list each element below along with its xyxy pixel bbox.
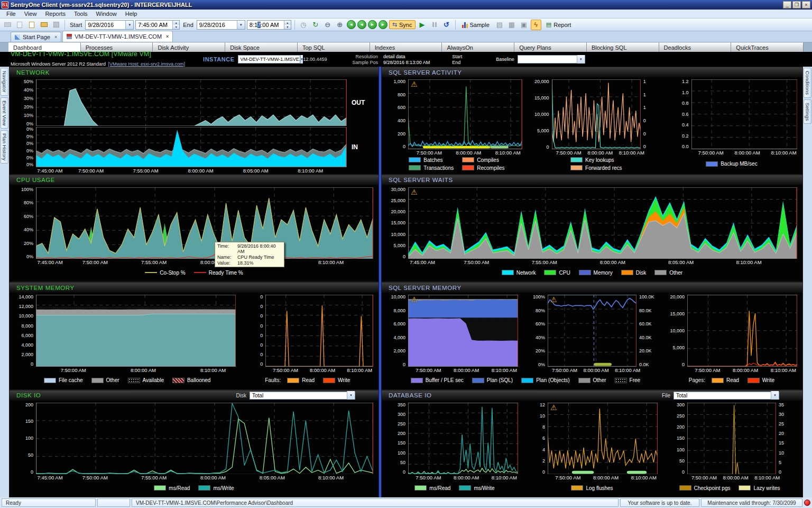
event-highlight[interactable] [594, 363, 612, 366]
y-tick-label: 30% [24, 96, 33, 101]
end-date-input[interactable]: 9/28/2016 ▾ [197, 20, 245, 30]
step-forward-icon[interactable]: ► [368, 20, 377, 29]
y-tick-label: 12 [540, 403, 545, 407]
tab-instance[interactable]: VM-DEV-TT-VMW-1.IMSVE.COM × [62, 31, 173, 42]
zoom-out-icon[interactable]: ⊖ [322, 20, 333, 30]
dbio-filter-select[interactable]: Total▾ [673, 392, 779, 400]
plot-area [687, 295, 797, 367]
y-tick-label: 0 [260, 295, 263, 299]
menu-tools[interactable]: Tools [70, 10, 92, 17]
y-axis: 50%40%30%20%10%0% [12, 79, 36, 126]
y-tick-label: 6 [542, 436, 545, 440]
x-tick-label: 8:10:00 AM [200, 367, 226, 373]
legend-swatch [154, 485, 166, 491]
dock-tab-settings[interactable]: Settings [804, 99, 811, 124]
menu-help[interactable]: Help [121, 10, 142, 17]
subtab-disk-activity[interactable]: Disk Activity [153, 42, 225, 52]
baseline-select[interactable]: ▾ [518, 55, 585, 64]
lightning-icon[interactable]: ϟ [531, 20, 541, 30]
step-back-icon[interactable]: ◄ [357, 20, 366, 29]
y-tick-label: 0% [26, 255, 33, 259]
print-preview-icon[interactable] [2, 20, 13, 30]
start-time-input[interactable]: 7:45:00 AM ▴▾ [135, 20, 180, 30]
vmware-host-link[interactable]: [VMware Host: esxi-srv2.imsva.com] [108, 61, 186, 67]
save-icon[interactable] [51, 20, 61, 30]
subtab-quicktraces[interactable]: QuickTraces [731, 42, 804, 52]
subtab-alwayson[interactable]: AlwaysOn [442, 42, 514, 52]
dock-tab-navigator[interactable]: Navigator [1, 68, 8, 96]
restore-button[interactable]: ❐ [792, 1, 801, 8]
menu-window[interactable]: Window [92, 10, 121, 17]
y-tick-label: 600 [398, 105, 405, 110]
subtab-blocking-sql[interactable]: Blocking SQL [587, 42, 659, 52]
dropdown-icon[interactable]: ▾ [771, 391, 779, 400]
event-highlight[interactable] [572, 470, 594, 474]
jump-first-icon[interactable]: ◄ [347, 20, 356, 29]
legend-label: Disk [636, 270, 646, 276]
sync-button[interactable]: ⇆ Sync [389, 20, 416, 29]
start-date-input[interactable]: 9/28/2016 ▾ [85, 20, 134, 30]
series-ms-read [36, 418, 373, 474]
end-time-spinner[interactable]: ▴▾ [284, 21, 291, 29]
subtab-indexes[interactable]: Indexes [370, 42, 442, 52]
baseline-dropdown-icon[interactable]: ▾ [577, 55, 585, 64]
legend-read: Read [712, 377, 739, 383]
section-body: 30,00025,00020,00015,00010,0005,0000⚠7:4… [382, 185, 802, 266]
end-time-input[interactable]: 8:17:00 AM ▴▾ [247, 20, 291, 30]
tab-close-icon[interactable]: × [166, 34, 169, 39]
dock-tab-conditions[interactable]: Conditions [804, 68, 811, 98]
sample-nav-icon[interactable]: ▤ [494, 20, 505, 30]
report-button[interactable]: ▤ Report [543, 20, 574, 29]
menu-view[interactable]: View [20, 10, 41, 17]
y-tick-label: 1 [643, 93, 646, 97]
plot-area [687, 403, 776, 475]
subtab-disk-space[interactable]: Disk Space [225, 42, 298, 52]
end-date-dropdown-icon[interactable]: ▾ [237, 21, 245, 29]
diskio-filter-select[interactable]: Total▾ [250, 392, 355, 400]
start-time-spinner[interactable]: ▴▾ [172, 21, 179, 29]
warning-icon: ⚠ [550, 295, 557, 304]
close-button[interactable]: × [802, 1, 810, 8]
jump-last-icon[interactable]: ► [379, 20, 387, 29]
y-axis: 20,00015,00010,0005,0000 [528, 79, 552, 149]
start-date-dropdown-icon[interactable]: ▾ [125, 21, 133, 29]
instance-dropdown-icon[interactable]: ▾ [300, 55, 303, 64]
legend-swatch [502, 270, 514, 275]
subtab-query-plans[interactable]: Query Plans [514, 42, 587, 52]
minimize-button[interactable]: _ [783, 1, 791, 8]
zoom-in-icon[interactable]: ⊕ [335, 20, 345, 30]
refresh-range-icon[interactable]: ↻ [310, 20, 321, 30]
menu-file[interactable]: File [2, 10, 20, 17]
tab-start-page[interactable]: Start Page × [11, 32, 61, 42]
x-tick-label: 7:45:00 AM [410, 259, 435, 265]
event-highlight[interactable] [423, 146, 490, 148]
section-body: 100%80%60%40%20%0%7:45:00 AM7:50:00 AM7:… [10, 185, 379, 266]
tab-close-icon[interactable]: × [54, 34, 57, 40]
dock-tab-event-view[interactable]: Event View [1, 97, 8, 129]
grid-view-icon[interactable]: ▦ [506, 20, 517, 30]
sample-button[interactable]: Sample [459, 21, 493, 29]
menu-reports[interactable]: Reports [41, 10, 70, 17]
instance-info: VM-DEV-TT-VMW-1.IMSVE.COM [VMware VM] Mi… [11, 51, 185, 67]
refresh-button[interactable]: ↺ [441, 20, 452, 30]
subtab-top-sql[interactable]: Top SQL [298, 42, 370, 52]
x-axis: 7:50:00 AM8:00:00 AM8:10:00 AM [548, 367, 636, 374]
y-tick-label: 100 [677, 448, 685, 452]
clock-icon[interactable]: ◷ [298, 20, 309, 30]
export-icon[interactable]: ▣ [519, 20, 529, 30]
dock-tab-plan-history[interactable]: Plan History [1, 130, 8, 164]
x-axis: 7:45:00 AM7:50:00 AM7:55:00 AM8:00:00 AM… [36, 474, 370, 481]
subtab-deadlocks[interactable]: Deadlocks [659, 42, 732, 52]
legend-row: ms/Readms/WriteLog flushesCheckpoint pgs… [382, 481, 802, 497]
new-icon[interactable] [26, 20, 37, 30]
pause-button[interactable] [429, 20, 440, 30]
legend-prefix: Faults: [265, 377, 281, 383]
event-highlight[interactable] [627, 470, 647, 474]
y-tick-label: 6,000 [393, 322, 405, 326]
open-folder-icon[interactable] [39, 20, 49, 30]
dropdown-icon[interactable]: ▾ [347, 391, 355, 400]
play-button[interactable]: ▶ [417, 20, 428, 30]
instance-select[interactable]: VM-DEV-TT-VMW-1.IMSVE. ▾ [238, 55, 300, 64]
print-icon[interactable] [14, 20, 25, 30]
y-axis-right: 100.0K80.0K60.0K40.0K20.0K0.0K [636, 295, 658, 367]
